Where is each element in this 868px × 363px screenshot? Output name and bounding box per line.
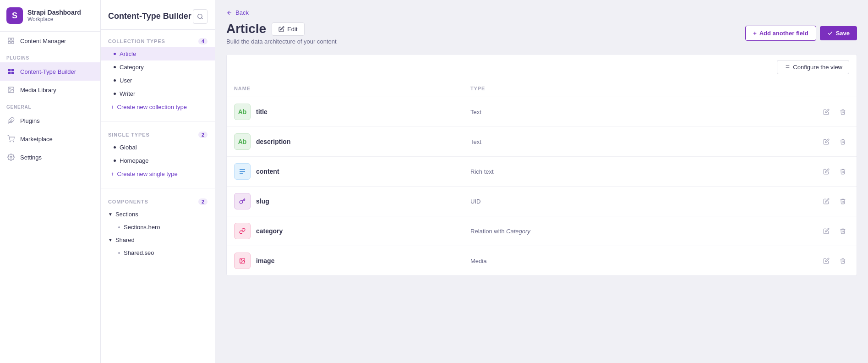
page-header-left: Article Edit Build the data architecture…: [226, 22, 337, 45]
sidebar-item-user[interactable]: User: [101, 74, 215, 87]
configure-view-button[interactable]: Configure the view: [777, 60, 849, 74]
field-actions-cell: [710, 97, 857, 127]
sidebar-item-category[interactable]: Category: [101, 60, 215, 74]
nav-plugins[interactable]: Plugins: [0, 111, 100, 130]
sidebar-divider-2: [101, 188, 215, 188]
sidebar-item-article[interactable]: Article: [101, 47, 215, 60]
sidebar-item-writer[interactable]: Writer: [101, 87, 215, 100]
field-label: slug: [256, 198, 269, 205]
edit-field-button[interactable]: [820, 254, 833, 267]
sidebar-divider: [101, 121, 215, 121]
writer-label: Writer: [120, 90, 135, 97]
page-title: Article: [226, 22, 266, 36]
field-name-cell: image: [227, 246, 463, 276]
field-type-label: Media: [470, 258, 486, 264]
plugins-icon: [6, 116, 16, 125]
type-column-header: TYPE: [463, 80, 710, 97]
field-label: title: [256, 108, 267, 116]
dot-icon: [114, 53, 116, 55]
edit-field-button[interactable]: [820, 105, 833, 118]
svg-point-15: [198, 14, 202, 18]
delete-field-button[interactable]: [836, 135, 849, 148]
svg-rect-7: [11, 72, 14, 74]
edit-field-button[interactable]: [820, 225, 833, 237]
content-type-builder-icon: [6, 67, 16, 76]
sidebar-search-button[interactable]: [193, 9, 207, 24]
field-type-cell: Text: [463, 97, 710, 127]
table-row: image Media: [227, 246, 857, 276]
sidebar-title: Content-Type Builder: [108, 11, 191, 22]
table-row: content Rich text: [227, 157, 857, 187]
field-actions-cell: [710, 246, 857, 276]
field-name-content: slug: [234, 193, 456, 209]
field-type-label: Text: [470, 109, 481, 116]
field-name-cell: Ab description: [227, 127, 463, 157]
pencil-icon: [823, 228, 830, 234]
field-type-cell: Relation with Category: [463, 216, 710, 246]
nav-content-manager[interactable]: Content Manager: [0, 32, 100, 50]
single-types-badge: 2: [198, 132, 207, 138]
sidebar-item-sections-hero[interactable]: Sections.hero: [101, 221, 215, 233]
article-label: Article: [120, 50, 136, 57]
field-type-label: Rich text: [470, 168, 494, 175]
delete-field-button[interactable]: [836, 195, 849, 208]
delete-field-button[interactable]: [836, 225, 849, 237]
single-types-section: SINGLE TYPES 2 Global Homepage + Create …: [101, 123, 215, 186]
edit-button[interactable]: Edit: [272, 22, 304, 36]
page-title-row: Article Edit: [226, 22, 337, 36]
left-navigation: S Strapi Dashboard Workplace Content Man…: [0, 0, 101, 363]
dot-icon: [114, 160, 116, 162]
delete-field-button[interactable]: [836, 254, 849, 267]
nav-settings[interactable]: Settings: [0, 148, 100, 166]
field-name-content: category: [234, 223, 456, 239]
single-types-label: SINGLE TYPES: [108, 132, 150, 138]
row-actions: [718, 165, 849, 178]
components-badge: 2: [198, 198, 207, 205]
svg-rect-3: [11, 41, 14, 44]
field-actions-cell: [710, 127, 857, 157]
edit-field-button[interactable]: [820, 135, 833, 148]
table-body: Ab title Text: [227, 97, 857, 276]
field-name-cell: Ab title: [227, 97, 463, 127]
pencil-icon: [823, 138, 830, 145]
edit-field-button[interactable]: [820, 165, 833, 178]
back-link[interactable]: Back: [226, 9, 857, 16]
general-label: GENERAL: [0, 99, 100, 111]
sidebar-item-global[interactable]: Global: [101, 141, 215, 154]
collection-types-section: COLLECTION TYPES 4 Article Category User…: [101, 30, 215, 119]
svg-rect-1: [11, 38, 14, 40]
trash-icon: [840, 258, 846, 264]
nav-marketplace[interactable]: Marketplace: [0, 130, 100, 148]
trash-icon: [840, 168, 846, 175]
table-row: Ab description Text: [227, 127, 857, 157]
uid-field-icon: [234, 193, 251, 209]
shared-group-header[interactable]: ▼ Shared: [101, 233, 215, 247]
sections-hero-label: Sections.hero: [124, 224, 160, 231]
brand-text: Strapi Dashboard Workplace: [27, 9, 81, 22]
sidebar-item-shared-seo[interactable]: Shared.seo: [101, 247, 215, 259]
relation-field-icon: [234, 223, 251, 239]
plugins-label: PLUGINS: [0, 50, 100, 62]
delete-field-button[interactable]: [836, 105, 849, 118]
pencil-icon: [823, 258, 830, 264]
brand-name: Strapi Dashboard: [27, 9, 81, 16]
nav-content-type-builder[interactable]: Content-Type Builder: [0, 62, 100, 81]
page-header: Article Edit Build the data architecture…: [226, 22, 857, 45]
table-row: category Relation with Category: [227, 216, 857, 246]
edit-field-button[interactable]: [820, 195, 833, 208]
sections-group-header[interactable]: ▼ Sections: [101, 208, 215, 221]
fields-table-container: Configure the view NAME TYPE: [226, 54, 857, 276]
nav-media-library[interactable]: Media Library: [0, 81, 100, 99]
sidebar-item-homepage[interactable]: Homepage: [101, 154, 215, 167]
delete-field-button[interactable]: [836, 165, 849, 178]
field-label: description: [256, 138, 290, 145]
create-collection-type-link[interactable]: + Create new collection type: [101, 100, 215, 114]
chevron-down-icon: ▼: [108, 212, 113, 217]
field-name-content: Ab description: [234, 133, 456, 150]
brand-icon: S: [6, 7, 23, 24]
save-button[interactable]: Save: [820, 26, 857, 40]
create-single-type-link[interactable]: + Create new single type: [101, 167, 215, 181]
shared-group-label: Shared: [115, 236, 135, 243]
add-field-button[interactable]: + Add another field: [745, 26, 816, 41]
field-actions-cell: [710, 187, 857, 216]
